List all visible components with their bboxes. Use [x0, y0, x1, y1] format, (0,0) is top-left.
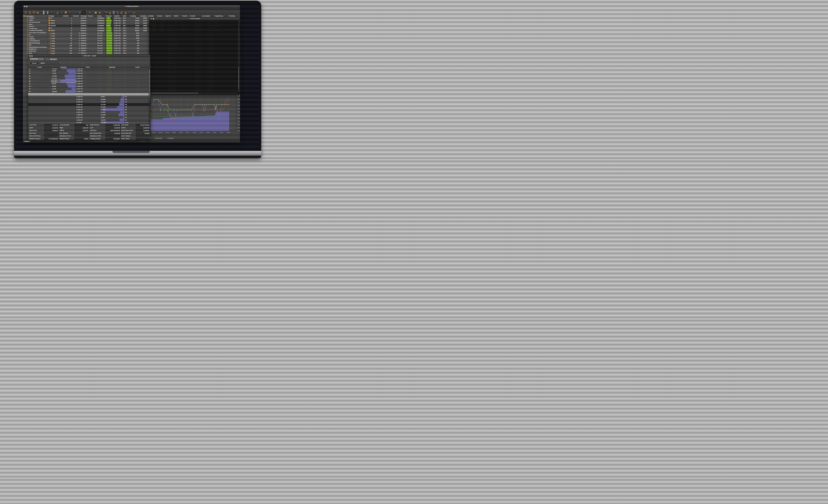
sidebar-item-conservtransition[interactable]: ConservTransition	[24, 30, 48, 32]
folder-open-button[interactable]	[94, 11, 97, 14]
scroll-down-icon[interactable]: ▼	[149, 97, 150, 98]
column-header-symbol[interactable]: Symbol	[114, 15, 123, 17]
sidebar-item-marketdataconsuming[interactable]: MarketDataConsuming…	[24, 46, 48, 48]
sidebar-item-avwap[interactable]: AVWAP	[24, 17, 48, 19]
book-select[interactable]: MAIN ▼	[40, 62, 61, 65]
sidebar-item-composite[interactable]: Composite	[24, 27, 48, 29]
sidebar-item-executiontrackingstra[interactable]: ExecutionTrackingStra…	[24, 32, 48, 34]
symbol-input[interactable]: 6758.TSE	[30, 58, 44, 60]
sidebar-item-limittomarket[interactable]: LimitToMarket	[24, 40, 48, 42]
column-header-market[interactable]: Market	[173, 15, 181, 17]
column-header-created[interactable]: Created	[189, 15, 202, 17]
depth-scrollbar[interactable]: ▲ ▼	[149, 69, 150, 124]
unlink-button[interactable]: ✂	[88, 11, 92, 14]
main-titlebar[interactable]: ✈ Trading Simulator	[23, 5, 240, 8]
step-button[interactable]: ▶▏	[120, 11, 124, 14]
ask-row[interactable]: 5410,4003,436.00	[28, 90, 150, 93]
depth-titlebar[interactable]: ✈ 6758.TSE – Depth	[28, 55, 150, 57]
sidebar-item-aqua[interactable]: Aqua	[24, 19, 48, 21]
bar-chart-button[interactable]	[74, 11, 78, 14]
ask-row[interactable]: 2214,5003,445.00	[28, 69, 150, 70]
bid-row[interactable]: 3,432.0014,70043	[28, 103, 150, 106]
ask-row[interactable]: 168,0003,438.00	[28, 85, 150, 88]
depth-column-count0[interactable]: Count	[28, 66, 51, 69]
ask-row[interactable]: 1910,7003,441.00	[28, 77, 150, 80]
ask-row[interactable]: 3615,7003,440.00	[28, 80, 150, 83]
bid-row[interactable]: 3,433.0012,50033	[28, 101, 150, 103]
column-header-closedQ[interactable]: ClosedQ…	[229, 15, 240, 17]
minimize-button[interactable]	[31, 55, 33, 57]
column-header-avgPrice[interactable]: AvgPrice	[165, 15, 173, 17]
bid-row[interactable]: 3,431.0021,00044	[28, 106, 150, 109]
depth-column-quantity1[interactable]: Quantity	[51, 66, 76, 69]
close-button[interactable]	[24, 6, 26, 7]
column-header-orderId[interactable]: OrderID	[63, 15, 73, 17]
bid-row[interactable]: 3,427.003,60012	[28, 116, 150, 119]
console-output[interactable]	[151, 20, 238, 92]
ask-row[interactable]: 3211,3003,442.00	[28, 75, 150, 77]
column-header-status[interactable]: Status	[97, 15, 105, 17]
new-page-button[interactable]	[24, 11, 28, 14]
sidebar-item-bear[interactable]: Bear	[24, 23, 48, 25]
ask-row[interactable]: 219,4003,439.00	[28, 83, 150, 85]
ask-row[interactable]: 104,1003,437.00	[28, 88, 150, 90]
depth-column-price2[interactable]: Price	[76, 66, 100, 69]
column-header-parentId[interactable]: ParentID	[73, 15, 80, 17]
column-header-availQty[interactable]: AvailQty	[148, 15, 157, 17]
sidebar-item-macdstrategy[interactable]: MACDStrategy	[24, 42, 48, 44]
pause2-button[interactable]	[112, 11, 116, 14]
column-header-side[interactable]: Side	[123, 15, 130, 17]
close-button[interactable]	[151, 18, 152, 19]
column-header-tif[interactable]: TimeInF…	[181, 15, 189, 17]
sidebar-item-null[interactable]: Null	[24, 52, 48, 54]
notebook-button[interactable]	[64, 11, 68, 14]
ask-row[interactable]: 319,1003,444.00	[28, 70, 150, 72]
column-header-prog[interactable]: Progress	[105, 15, 114, 17]
globe-button[interactable]: ⊕	[98, 11, 101, 14]
sidebar-item-bonito[interactable]: Bonito	[24, 25, 48, 27]
minimize-button[interactable]	[153, 18, 154, 19]
chevron-down-icon[interactable]: ▼	[59, 62, 61, 64]
close-button[interactable]	[29, 55, 31, 57]
area-chart-button[interactable]: ◣	[56, 11, 59, 14]
bid-row[interactable]: 3,435.006,00025	[28, 95, 150, 98]
copy-button[interactable]	[32, 11, 36, 14]
console-titlebar[interactable]: ✈ Text Console	[150, 17, 239, 20]
pause-button[interactable]	[46, 11, 49, 14]
bid-row[interactable]: 3,429.0011,60024	[28, 111, 150, 114]
sidebar-item-mc[interactable]: MC	[24, 44, 48, 46]
stop2-button[interactable]	[128, 11, 132, 14]
gears-button[interactable]: ⚙⚙	[36, 11, 40, 14]
scroll-up-icon[interactable]: ▲	[149, 95, 150, 97]
sidebar-item-atclosetransit[interactable]: AtCloseTransit	[24, 21, 48, 23]
rewind-button[interactable]: ◀◀	[108, 11, 112, 14]
play-button[interactable]	[42, 11, 46, 14]
column-header-unavail[interactable]: Unavail…	[157, 15, 165, 17]
sidebar-item-is[interactable]: IS	[24, 34, 48, 36]
ffwd-button[interactable]: ▶▶	[124, 11, 128, 14]
bid-row[interactable]: 3,428.0016,40012	[28, 114, 150, 116]
column-header-lastUpdate[interactable]: Last Update	[202, 15, 214, 17]
ask-row[interactable]: 307,5003,443.00	[28, 72, 150, 75]
bid-row[interactable]: 3,434.0010,90028	[28, 98, 150, 101]
last-trade-row[interactable]: 1003,436.00	[28, 93, 150, 95]
column-header-strategy[interactable]: Strategy	[48, 15, 63, 17]
after-row[interactable]: AFTER783,4002115	[28, 121, 150, 124]
bid-row[interactable]: 3,430.0061,40045	[28, 109, 150, 111]
sidebar-item-multiprice[interactable]: MultiPrice	[24, 48, 48, 50]
bug-button[interactable]: ✶	[78, 11, 82, 14]
terminal-button[interactable]: >_	[60, 11, 64, 14]
pencil-button[interactable]: ✎	[82, 11, 86, 14]
column-header-cumQty[interactable]: CumQty	[130, 15, 140, 17]
column-header-reason[interactable]: Reason	[88, 15, 97, 17]
column-header-strategyId[interactable]: StrategyI…	[80, 15, 88, 17]
column-header-target[interactable]: TargetStrate…	[214, 15, 229, 17]
classic-view-button[interactable]: Classic	[30, 62, 39, 65]
depth-column-count4[interactable]: Count	[124, 66, 151, 69]
sidebar-item-itactic[interactable]: ITactic	[24, 36, 48, 38]
column-header-leavesQ[interactable]: LeavesQ…	[140, 15, 148, 17]
sidebar-item-iceberg[interactable]: Iceberg	[24, 38, 48, 40]
bid-row[interactable]: 3,426.0013,60021	[28, 119, 150, 121]
console-horizontal-scrollbar[interactable]	[150, 92, 238, 94]
console-vertical-scrollbar[interactable]	[238, 20, 239, 92]
